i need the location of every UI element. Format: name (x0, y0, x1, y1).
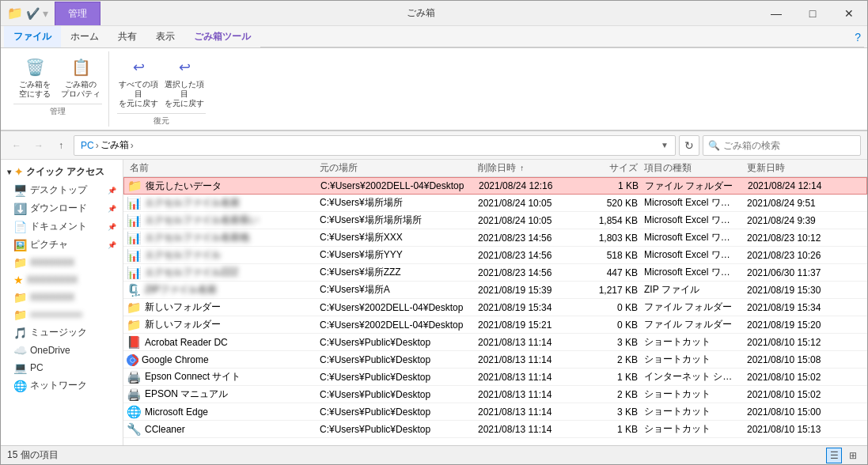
search-input[interactable] (723, 140, 855, 151)
col-header-origin[interactable]: 元の場所 (316, 161, 475, 175)
sidebar-item-documents[interactable]: 📄 ドキュメント 📌 (1, 217, 123, 236)
maximize-button[interactable]: □ (794, 1, 831, 25)
table-row[interactable]: 🖨️ Epson Connect サイト C:¥Users¥Public¥Des… (123, 369, 867, 386)
file-name-cell: 📊 エクセルファイルZZZ (127, 266, 316, 280)
file-origin: C:¥Users¥Public¥Desktop (316, 406, 475, 418)
documents-label: ドキュメント (30, 220, 87, 233)
ribbon-btn-restore-selected[interactable]: ↩ 選択した項目を元に戻す (163, 51, 206, 112)
col-header-updated[interactable]: 更新日時 (744, 161, 839, 175)
file-deleted: 2021/08/13 11:14 (475, 337, 578, 348)
sidebar-item-pc[interactable]: 💻 PC (1, 359, 123, 376)
file-name-cell: 🖨️ EPSON マニュアル (127, 388, 316, 402)
file-origin: C:¥Users¥場所ZZZ (316, 266, 475, 279)
documents-pin: 📌 (108, 223, 116, 231)
file-deleted: 2021/08/13 11:14 (475, 354, 578, 365)
sidebar-item-download[interactable]: ⬇️ ダウンロード 📌 (1, 199, 123, 217)
breadcrumb-trash[interactable]: ごみ箱 (100, 138, 129, 152)
file-updated: 2021/08/23 10:12 (744, 232, 839, 244)
col-header-size[interactable]: サイズ (578, 161, 641, 175)
file-deleted: 2021/08/19 15:39 (475, 285, 578, 296)
detail-view-button[interactable]: ☰ (826, 448, 842, 463)
table-row[interactable]: 📊 エクセルファイル名前 C:¥Users¥場所場所 2021/08/24 10… (123, 195, 867, 212)
sidebar-item-blur1[interactable]: 📁 XXXXXXX (1, 254, 123, 271)
file-name: CCleaner (145, 424, 185, 435)
ribbon-tab-share[interactable]: 共有 (108, 26, 146, 47)
quick-access-section[interactable]: ▾ ✦ クイック アクセス (1, 163, 123, 181)
file-name-cell: 📊 エクセルファイル (127, 248, 316, 263)
table-row[interactable]: 📊 エクセルファイル名前他 C:¥Users¥場所XXX 2021/08/23 … (123, 229, 867, 247)
ribbon-tab-view[interactable]: 表示 (146, 26, 184, 47)
address-path[interactable]: PC › ごみ箱 › ▼ (74, 135, 676, 156)
sidebar-item-desktop[interactable]: 🖥️ デスクトップ 📌 (1, 181, 123, 199)
table-row[interactable]: Google Chrome C:¥Users¥Public¥Desktop 20… (123, 351, 867, 369)
table-row[interactable]: 🖨️ EPSON マニュアル C:¥Users¥Public¥Desktop 2… (123, 386, 867, 403)
ribbon-btn-empty-trash[interactable]: 🗑️ ごみ箱を空にする (13, 51, 56, 102)
ribbon-group-items-fukugen: ↩ すべての項目を元に戻す ↩ 選択した項目を元に戻す (117, 51, 206, 112)
ribbon-tab-kanri[interactable]: 管理 (55, 2, 100, 25)
table-row[interactable]: 🌐 Microsoft Edge C:¥Users¥Public¥Desktop… (123, 403, 867, 421)
file-updated: 2021/08/10 15:08 (744, 354, 839, 365)
file-size: 0 KB (578, 319, 641, 331)
title-divider: ▾ (43, 7, 48, 20)
file-updated: 2021/08/23 10:26 (744, 250, 839, 261)
address-dropdown-icon[interactable]: ▼ (661, 141, 669, 149)
table-row[interactable]: 📕 Acrobat Reader DC C:¥Users¥Public¥Desk… (123, 334, 867, 351)
table-row[interactable]: 📁 新しいフォルダー C:¥Users¥2002DELL-04¥Desktop … (123, 316, 867, 334)
excel-icon-4: 📊 (127, 248, 142, 263)
network-icon: 🌐 (13, 380, 27, 392)
ribbon: ファイル ホーム 共有 表示 ごみ箱ツール ? 🗑️ ごみ箱を空にする 📋 (1, 26, 867, 131)
table-row[interactable]: 📊 エクセルファイルZZZ C:¥Users¥場所ZZZ 2021/08/23 … (123, 264, 867, 282)
file-name-cell: 📁 新しいフォルダー (127, 318, 316, 332)
quick-access-chevron[interactable]: ▾ (7, 168, 11, 176)
sidebar-item-onedrive[interactable]: ☁️ OneDrive (1, 342, 123, 359)
ribbon-tab-trash-tools[interactable]: ごみ箱ツール (184, 26, 260, 47)
file-type: Microsoft Excel ワ… (641, 196, 744, 210)
file-deleted: 2021/08/23 14:56 (475, 232, 578, 244)
refresh-button[interactable]: ↻ (679, 135, 699, 156)
window-title-text: ごみ箱 (407, 6, 435, 20)
ribbon-tab-home[interactable]: ホーム (61, 26, 108, 47)
ribbon-btn-properties[interactable]: 📋 ごみ箱のプロパティ (59, 51, 102, 102)
network-label: ネットワーク (30, 379, 87, 392)
breadcrumb-pc[interactable]: PC (81, 140, 94, 151)
sidebar-item-network[interactable]: 🌐 ネットワーク (1, 376, 123, 395)
table-row[interactable]: 🔧 CCleaner C:¥Users¥Public¥Desktop 2021/… (123, 421, 867, 438)
file-deleted: 2021/08/13 11:14 (475, 424, 578, 435)
icon-view-button[interactable]: ⊞ (845, 448, 861, 463)
sidebar-item-music[interactable]: 🎵 ミュージック (1, 323, 123, 342)
sidebar-item-pictures[interactable]: 🖼️ ピクチャ 📌 (1, 236, 123, 254)
ribbon-tab-file[interactable]: ファイル (4, 26, 61, 47)
back-button[interactable]: ← (7, 136, 26, 155)
file-origin: C:¥Users¥Public¥Desktop (316, 354, 475, 365)
close-button[interactable]: ✕ (831, 1, 867, 25)
file-name: エクセルファイル名前他 (145, 231, 249, 244)
ribbon-help-icon[interactable]: ? (855, 31, 861, 47)
ribbon-btn-restore-all[interactable]: ↩ すべての項目を元に戻す (117, 51, 160, 112)
table-row[interactable]: 📊 エクセルファイル C:¥Users¥場所YYY 2021/08/23 14:… (123, 247, 867, 264)
ribbon-content: 🗑️ ごみ箱を空にする 📋 ごみ箱のプロパティ 管理 ↩ すべての項目を元に戻す (1, 48, 867, 130)
ribbon-group-label-kanri: 管理 (13, 104, 102, 117)
window-icon: 📁 (7, 6, 23, 21)
minimize-button[interactable]: — (758, 1, 794, 25)
col-header-deleted[interactable]: 削除日時 ↑ (475, 161, 578, 175)
up-button[interactable]: ↑ (51, 136, 70, 155)
file-origin: C:¥Users¥2002DELL-04¥Desktop (316, 319, 475, 331)
table-row[interactable]: 📁 新しいフォルダー C:¥Users¥2002DELL-04¥Desktop … (123, 299, 867, 316)
item-count: 15 個の項目 (7, 448, 59, 462)
table-row[interactable]: 🗜️ ZIPファイル名前 C:¥Users¥場所A 2021/08/19 15:… (123, 282, 867, 299)
breadcrumb-separator-1: › (96, 140, 99, 151)
sidebar-item-blur2[interactable]: ★ XXXXXXXX (1, 271, 123, 289)
search-box[interactable]: 🔍 (703, 135, 861, 156)
col-header-name[interactable]: 名前 (127, 161, 316, 175)
table-row[interactable]: 📁 復元したいデータ C:¥Users¥2002DELL-04¥Desktop … (123, 177, 867, 195)
forward-button[interactable]: → (29, 136, 48, 155)
col-header-type[interactable]: 項目の種類 (641, 161, 744, 175)
file-name: Google Chrome (142, 354, 209, 365)
file-type: ショートカット (641, 405, 744, 418)
table-row[interactable]: 📊 エクセルファイル名前長い C:¥Users¥場所場所場所 2021/08/2… (123, 212, 867, 229)
sidebar-item-blur4[interactable]: 📁 XXXXXXXXXXX (1, 306, 123, 323)
sidebar-item-blur3[interactable]: 📁 XXXXXXX (1, 289, 123, 306)
file-type: Microsoft Excel ワ… (641, 266, 744, 279)
file-type: Microsoft Excel ワ… (641, 214, 744, 227)
window-title: ごみ箱 (397, 1, 759, 25)
